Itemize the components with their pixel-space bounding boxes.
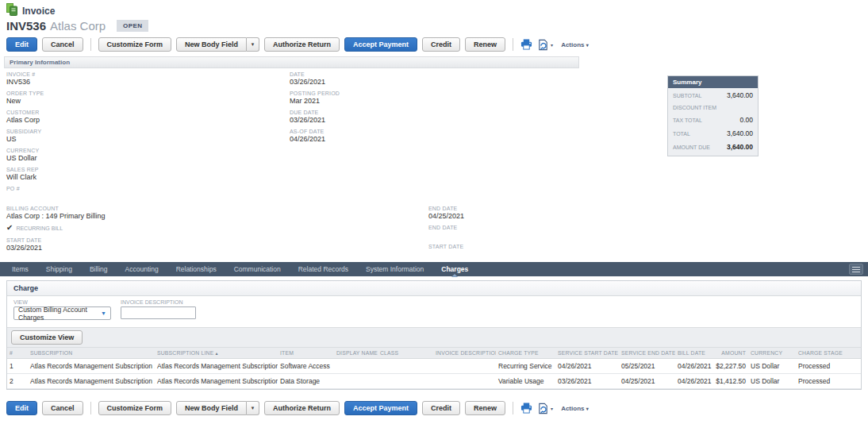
view-select-caret-icon: ▼	[101, 310, 106, 316]
col-invoice-description[interactable]: INVOICE DESCRIPTION	[433, 348, 496, 359]
cell-subscription-line-link[interactable]: Atlas Records Management Subscription 1:…	[155, 374, 278, 389]
renew-button[interactable]: Renew	[465, 401, 505, 415]
col-item[interactable]: ITEM	[278, 348, 334, 359]
record-title-row: INV536 Atlas Corp OPEN	[6, 19, 862, 33]
new-body-field-button[interactable]: New Body Field	[176, 401, 247, 415]
recurring-bill-checkbox[interactable]: ✔	[6, 225, 13, 231]
summary-row-discount-item: DISCOUNT ITEM	[673, 105, 753, 110]
cell-bill-date: 04/26/2021	[675, 374, 712, 389]
invoice-description-input[interactable]	[121, 306, 196, 319]
summary-row-subtotal: SUBTOTAL 3,640.00	[673, 91, 753, 99]
primary-mid-column: DATE 03/26/2021 POSTING PERIOD Mar 2021 …	[290, 71, 448, 148]
actions-menu[interactable]: Actions ▾	[561, 41, 589, 48]
table-row[interactable]: 1 Atlas Records Management Subscription …	[7, 359, 861, 374]
credit-button[interactable]: Credit	[422, 37, 460, 52]
billing-left-column: BILLING ACCOUNT Atlas Corp : 149 Primary…	[6, 206, 276, 256]
new-body-field-caret-icon[interactable]: ▼	[247, 37, 259, 52]
new-body-field-caret-icon[interactable]: ▼	[247, 401, 259, 415]
record-tab-bar: Items Shipping Billing Accounting Relati…	[0, 262, 868, 276]
communicate-caret-icon[interactable]: ▾	[551, 406, 553, 411]
cell-amount: $2,227.50	[712, 359, 748, 374]
print-icon[interactable]	[520, 39, 532, 50]
col-currency[interactable]: CURRENCY	[748, 348, 796, 359]
cell-service-end-date: 04/25/2021	[619, 374, 675, 389]
col-subscription-line[interactable]: SUBSCRIPTION LINE ▴	[155, 348, 278, 359]
toolbar-divider	[90, 38, 91, 51]
field-value: 04/26/2021	[290, 135, 448, 143]
cell-subscription-line-link[interactable]: Atlas Records Management Subscription 1:…	[155, 359, 278, 374]
tab-related-records[interactable]: Related Records	[290, 262, 357, 276]
cell-subscription-link[interactable]: Atlas Records Management Subscription 1	[28, 374, 155, 389]
cell-service-start-date: 04/26/2021	[555, 359, 619, 374]
field-label: BILLING ACCOUNT	[6, 206, 276, 211]
customize-form-button[interactable]: Customize Form	[98, 37, 172, 52]
field-order-type: ORDER TYPE New	[6, 91, 276, 106]
col-class[interactable]: CLASS	[378, 348, 433, 359]
col-service-start-date[interactable]: SERVICE START DATE	[555, 348, 619, 359]
tab-communication[interactable]: Communication	[225, 262, 290, 276]
communicate-icon[interactable]: ▾	[537, 39, 553, 51]
accept-payment-button[interactable]: Accept Payment	[344, 37, 417, 52]
col-subscription[interactable]: SUBSCRIPTION	[28, 348, 155, 359]
cancel-button[interactable]: Cancel	[42, 401, 83, 415]
actions-menu[interactable]: Actions ▾	[561, 405, 589, 412]
primary-information-section-bar: Primary Information	[4, 56, 579, 68]
actions-caret-icon: ▾	[586, 43, 589, 48]
view-select[interactable]: Custom Billing Account Charges ▼	[13, 306, 111, 320]
edit-button[interactable]: Edit	[6, 37, 37, 52]
tab-billing[interactable]: Billing	[81, 262, 117, 276]
customize-view-button[interactable]: Customize View	[11, 330, 83, 345]
toolbar-divider	[513, 38, 513, 51]
field-value	[428, 250, 587, 258]
tab-charges[interactable]: Charges	[432, 262, 477, 276]
col-amount[interactable]: AMOUNT	[712, 348, 748, 359]
summary-row-tax-total: TAX TOTAL 0.00	[673, 116, 753, 124]
field-value: US Dollar	[6, 154, 276, 162]
record-type-row: Invoice	[6, 3, 862, 18]
charge-subtab-title: Charge	[7, 281, 861, 296]
communicate-icon[interactable]: ▾	[537, 403, 553, 414]
communicate-caret-icon[interactable]: ▾	[551, 42, 553, 48]
table-row[interactable]: 2 Atlas Records Management Subscription …	[7, 374, 861, 389]
tab-relationships[interactable]: Relationships	[167, 262, 225, 276]
col-display-name[interactable]: DISPLAY NAME	[334, 348, 378, 359]
field-value: 03/26/2021	[290, 116, 448, 124]
field-label: START DATE	[6, 237, 276, 243]
print-icon[interactable]	[520, 403, 532, 414]
tab-system-information[interactable]: System Information	[357, 262, 432, 276]
accept-payment-button[interactable]: Accept Payment	[344, 401, 417, 415]
tab-list-menu-icon[interactable]	[849, 264, 863, 275]
customer-link[interactable]: Atlas Corp	[6, 116, 276, 124]
tab-shipping[interactable]: Shipping	[37, 262, 81, 276]
credit-button[interactable]: Credit	[422, 401, 460, 415]
view-select-value: Custom Billing Account Charges	[18, 306, 101, 322]
authorize-return-button[interactable]: Authorize Return	[264, 401, 340, 415]
billing-account-link[interactable]: Atlas Corp : 149 Primary Billing	[6, 212, 276, 220]
col-charge-stage[interactable]: CHARGE STAGE	[796, 348, 861, 359]
new-body-field-button[interactable]: New Body Field	[176, 37, 247, 52]
cell-subscription-link[interactable]: Atlas Records Management Subscription 1	[28, 359, 155, 374]
field-billing-account: BILLING ACCOUNT Atlas Corp : 149 Primary…	[6, 206, 276, 221]
col-charge-type[interactable]: CHARGE TYPE	[496, 348, 555, 359]
cell-currency: US Dollar	[748, 374, 796, 389]
tab-items[interactable]: Items	[3, 262, 37, 276]
customize-form-button[interactable]: Customize Form	[98, 401, 172, 415]
cell-number: 1	[7, 359, 28, 374]
new-body-field-split-button: New Body Field ▼	[176, 401, 259, 415]
billing-right-column: END DATE 04/25/2021 END DATE START DATE	[428, 206, 587, 263]
authorize-return-button[interactable]: Authorize Return	[264, 37, 340, 52]
actions-label: Actions	[561, 41, 584, 48]
edit-button[interactable]: Edit	[6, 401, 37, 415]
field-value: 03/26/2021	[6, 244, 276, 252]
cell-class	[378, 359, 433, 374]
tab-accounting[interactable]: Accounting	[117, 262, 167, 276]
field-label: POSTING PERIOD	[290, 91, 448, 96]
col-bill-date[interactable]: BILL DATE	[675, 348, 712, 359]
col-service-end-date[interactable]: SERVICE END DATE	[619, 348, 675, 359]
cell-item: Software Access	[278, 359, 334, 374]
renew-button[interactable]: Renew	[465, 37, 505, 52]
actions-caret-icon: ▾	[586, 407, 589, 411]
col-number[interactable]: #	[7, 348, 28, 359]
cancel-button[interactable]: Cancel	[42, 37, 83, 52]
cell-service-start-date: 03/26/2021	[555, 374, 619, 389]
